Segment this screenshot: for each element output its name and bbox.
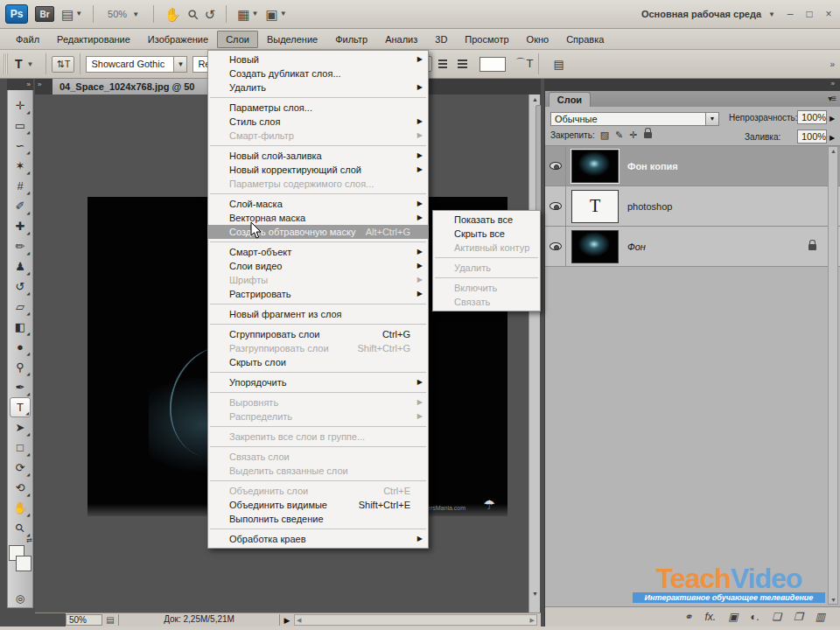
text-color-swatch[interactable] bbox=[480, 57, 506, 72]
fill-value[interactable]: 100% bbox=[797, 130, 827, 144]
clone-stamp-tool[interactable]: ♟◢ bbox=[10, 256, 31, 276]
layers-menu-item-8[interactable]: Новый слой-заливка▶ bbox=[208, 149, 428, 163]
menubar-item-редактирование[interactable]: Редактирование bbox=[48, 31, 139, 48]
status-menu-arrow-icon[interactable]: ▶ bbox=[280, 616, 294, 625]
layer-visibility-toggle[interactable] bbox=[545, 186, 566, 227]
lock-position-icon[interactable]: ✛ bbox=[629, 130, 637, 141]
scroll-down-icon[interactable]: ▼ bbox=[830, 597, 836, 603]
mask-submenu-item-1[interactable]: Скрыть все bbox=[433, 227, 540, 241]
layers-menu-item-14[interactable]: Создать обтравочную маскуAlt+Ctrl+G bbox=[208, 225, 428, 239]
delete-layer-icon[interactable]: ▥ bbox=[816, 611, 825, 623]
zoom-tool-icon[interactable]: ⚲ bbox=[188, 8, 198, 21]
lock-all-icon[interactable] bbox=[644, 132, 652, 138]
menubar-item-окно[interactable]: Окно bbox=[518, 31, 558, 48]
menubar-item-слои[interactable]: Слои bbox=[217, 31, 258, 48]
tab-overflow-icon[interactable]: » bbox=[38, 80, 41, 88]
vertical-scrollbar[interactable]: ▲ ▼ bbox=[528, 94, 540, 612]
layers-menu-item-16[interactable]: Смарт-объект▶ bbox=[208, 245, 428, 259]
layers-menu-item-13[interactable]: Векторная маска▶ bbox=[208, 211, 428, 225]
dodge-tool[interactable]: ⚲◢ bbox=[10, 357, 31, 377]
maximize-button[interactable]: □ bbox=[803, 8, 816, 20]
zoom-tool[interactable]: ⚲◢ bbox=[10, 518, 31, 538]
layer-thumbnail[interactable] bbox=[571, 230, 619, 263]
rotate-3d-tool[interactable]: ⟳◢ bbox=[10, 458, 31, 478]
status-zoom-field[interactable]: 50% bbox=[66, 614, 102, 626]
menubar-item-справка[interactable]: Справка bbox=[557, 31, 612, 48]
history-brush-tool[interactable]: ↺◢ bbox=[10, 276, 31, 297]
minimize-button[interactable]: – bbox=[784, 8, 796, 20]
gradient-tool[interactable]: ◧◢ bbox=[10, 317, 31, 337]
bridge-button[interactable]: Br bbox=[35, 6, 54, 22]
layers-menu-item-21[interactable]: Новый фрагмент из слоя bbox=[208, 307, 428, 321]
menubar-item-файл[interactable]: Файл bbox=[7, 31, 48, 48]
view-extras-icon[interactable]: ▤▼ bbox=[61, 8, 82, 21]
layers-menu-item-38[interactable]: Объединить видимыеShift+Ctrl+E bbox=[208, 498, 428, 512]
hand-tool[interactable]: ✋◢ bbox=[10, 498, 31, 518]
menubar-item-просмотр[interactable]: Просмотр bbox=[456, 31, 517, 48]
layers-menu-item-12[interactable]: Слой-маска▶ bbox=[208, 197, 428, 211]
layers-menu-item-25[interactable]: Скрыть слои bbox=[208, 355, 428, 369]
layers-menu-item-39[interactable]: Выполнить сведение bbox=[208, 512, 428, 526]
layer-style-icon[interactable]: fx. bbox=[705, 611, 717, 623]
scroll-down-icon[interactable]: ▼ bbox=[532, 591, 538, 597]
pen-tool[interactable]: ✒◢ bbox=[10, 377, 31, 397]
options-overflow-icon[interactable]: » bbox=[830, 60, 835, 69]
link-layers-icon[interactable]: ⚭ bbox=[683, 611, 692, 623]
mask-submenu-item-0[interactable]: Показать все bbox=[433, 213, 540, 227]
lock-transparency-icon[interactable]: ▨ bbox=[600, 130, 609, 141]
type-tool[interactable]: T◢ bbox=[10, 397, 31, 417]
layer-thumbnail[interactable]: T bbox=[571, 190, 619, 223]
character-panel-icon[interactable]: ▤ bbox=[553, 58, 564, 71]
arrange-documents-icon[interactable]: ▦▼ bbox=[237, 8, 258, 21]
orbit-3d-tool[interactable]: ⟲◢ bbox=[10, 478, 31, 498]
close-button[interactable]: × bbox=[822, 8, 835, 20]
shape-tool[interactable]: □◢ bbox=[10, 438, 31, 458]
brush-tool[interactable]: ✏◢ bbox=[10, 236, 31, 256]
layer-visibility-toggle[interactable] bbox=[545, 146, 566, 186]
adjustment-layer-icon[interactable]: ◐. bbox=[751, 611, 760, 623]
scroll-up-icon[interactable]: ▲ bbox=[830, 148, 836, 154]
warp-text-icon[interactable]: ⌒T bbox=[514, 56, 533, 72]
workspace-switcher[interactable]: Основная рабочая среда▼ bbox=[641, 9, 775, 19]
hand-tool-icon[interactable]: ✋ bbox=[164, 8, 181, 21]
tab-layers[interactable]: Слои bbox=[549, 92, 591, 107]
layers-menu-item-27[interactable]: Упорядочить▶ bbox=[208, 375, 428, 389]
text-orientation-icon[interactable]: ⇅T bbox=[52, 56, 74, 73]
layers-menu-item-17[interactable]: Слои видео▶ bbox=[208, 259, 428, 273]
panel-collapse-icon[interactable]: » bbox=[831, 80, 835, 88]
chevron-down-icon[interactable]: ▼ bbox=[173, 56, 187, 73]
align-right-button[interactable] bbox=[453, 56, 471, 72]
crop-tool[interactable]: #◢ bbox=[10, 176, 31, 196]
screen-mode-icon[interactable]: ▣▼ bbox=[265, 8, 286, 21]
layers-menu-item-5[interactable]: Стиль слоя▶ bbox=[208, 115, 428, 129]
horizontal-scrollbar[interactable]: ◀ ▶ bbox=[294, 614, 537, 626]
font-family-select[interactable]: Showcard Gothic ▼ bbox=[86, 56, 187, 73]
layers-menu-item-19[interactable]: Растрировать▶ bbox=[208, 287, 428, 301]
blend-mode-select[interactable]: Обычные ▼ bbox=[550, 110, 719, 127]
lasso-tool[interactable]: ∽◢ bbox=[10, 136, 31, 156]
healing-brush-tool[interactable]: ✚◢ bbox=[10, 216, 31, 236]
new-layer-icon[interactable]: ❐ bbox=[794, 611, 803, 623]
lock-pixels-icon[interactable]: ✎ bbox=[615, 130, 623, 141]
layers-menu-item-4[interactable]: Параметры слоя... bbox=[208, 101, 428, 115]
align-center-button[interactable] bbox=[434, 56, 452, 72]
fill-slider-icon[interactable]: ▶ bbox=[827, 130, 837, 145]
layer-row[interactable]: Tphotoshop bbox=[545, 186, 840, 227]
add-layer-mask-icon[interactable]: ▣ bbox=[728, 611, 738, 623]
layers-menu-item-0[interactable]: Новый▶ bbox=[208, 52, 428, 66]
layers-menu-item-9[interactable]: Новый корректирующий слой▶ bbox=[208, 163, 428, 177]
scroll-up-icon[interactable]: ▲ bbox=[532, 96, 538, 102]
eraser-tool[interactable]: ▱◢ bbox=[10, 297, 31, 317]
opacity-slider-icon[interactable]: ▶ bbox=[827, 110, 837, 126]
layers-menu-item-41[interactable]: Обработка краев▶ bbox=[208, 532, 428, 546]
zoom-level-dropdown[interactable]: 50%▼ bbox=[104, 9, 143, 19]
toolbar-collapse[interactable]: » bbox=[7, 79, 33, 90]
rectangular-marquee-tool[interactable]: ▭◢ bbox=[10, 116, 31, 136]
scroll-right-icon[interactable]: ▶ bbox=[530, 617, 535, 624]
layers-menu-item-2[interactable]: Удалить▶ bbox=[208, 80, 428, 94]
layer-visibility-toggle[interactable] bbox=[545, 227, 566, 267]
background-color-swatch[interactable] bbox=[16, 556, 32, 571]
new-group-icon[interactable]: ❏ bbox=[772, 611, 781, 623]
eyedropper-tool[interactable]: ✐◢ bbox=[10, 196, 31, 216]
menubar-item-3d[interactable]: 3D bbox=[426, 31, 456, 48]
